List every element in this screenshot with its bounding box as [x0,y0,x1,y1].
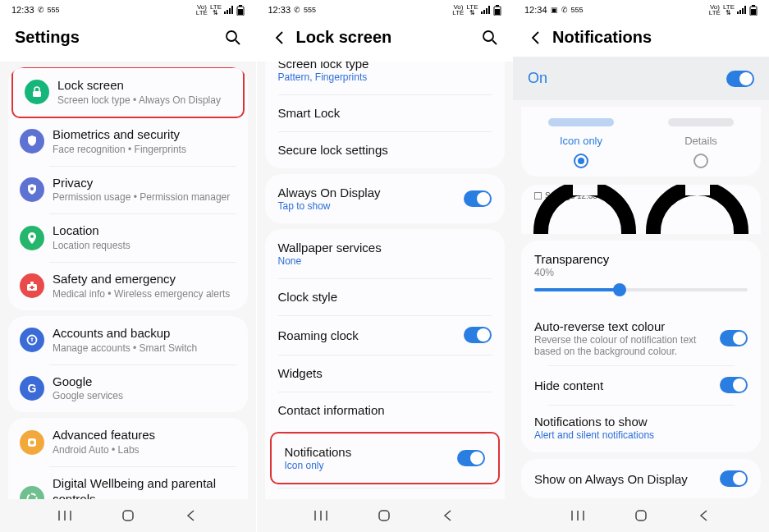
row-privacy[interactable]: PrivacyPermission usage • Permission man… [8,166,248,214]
row-roaming-clock[interactable]: Roaming clock [265,315,505,355]
label: Show on Always On Display [534,472,720,486]
segment-card: Icon only Details [521,107,761,177]
row-widgets[interactable]: Widgets [265,355,505,392]
label: Google [53,374,236,390]
row-lock-screen[interactable]: Lock screenScreen lock type • Always On … [11,67,245,118]
nav-back[interactable] [697,508,712,523]
nav-recents[interactable] [570,508,585,523]
row-notifications[interactable]: NotificationsIcon only [270,432,500,484]
row-digital-wellbeing[interactable]: Digital Wellbeing and parental controlsS… [8,466,248,499]
wellbeing-icon [20,486,44,499]
battery-icon [749,5,758,16]
label: Notifications to show [534,415,748,429]
advanced-icon [20,430,44,455]
search-icon[interactable] [225,30,241,46]
back-icon[interactable] [272,30,288,46]
label: Notifications [285,445,457,459]
row-always-on-display[interactable]: Always On DisplayTap to show [265,174,505,223]
label: Auto-reverse text colour [534,319,720,333]
on-label: On [528,70,726,87]
row-hide-content[interactable]: Hide content [534,365,748,405]
sublabel: Medical info • Wireless emergency alerts [53,288,236,300]
row-contact-info[interactable]: Contact information [265,392,505,429]
nav-home[interactable] [121,508,135,523]
row-advanced-features[interactable]: Advanced featuresAndroid Auto • Labs [8,418,248,466]
toggle-master[interactable] [726,71,754,87]
battery-icon [236,5,245,16]
sublabel: None [278,255,492,267]
group-aod: Always On DisplayTap to show [265,174,505,223]
label: Secure lock settings [278,143,492,157]
signal-icon [224,6,234,14]
back-icon[interactable] [528,30,544,46]
sublabel: Face recognition • Fingerprints [53,144,236,156]
settings-body: Lock screenScreen lock type • Always On … [0,62,256,499]
preview-card: Settings 12:33 [521,185,761,234]
google-icon: G [20,376,44,401]
sublabel: Tap to show [278,200,464,212]
nav-back[interactable] [184,508,199,523]
screen-settings: 12:33 ✆ 555 Vo)LTE LTE⇅ Settings Lock sc… [0,0,256,532]
toggle-show-on-aod[interactable] [720,470,748,487]
nav-recents[interactable] [57,508,72,523]
status-time: 12:33 [268,5,291,15]
svg-rect-5 [33,91,41,97]
svg-rect-30 [752,5,755,7]
group-lock-type: Screen lock typePattern, Fingerprints Sm… [265,62,505,168]
status-555: 555 [304,6,316,14]
group-accounts: Accounts and backupManage accounts • Sma… [8,316,248,413]
row-secure-lock-settings[interactable]: Secure lock settings [265,131,505,168]
row-smart-lock[interactable]: Smart Lock [265,94,505,131]
preview-arc-right [646,185,748,234]
toggle-hide-content[interactable] [720,377,748,393]
toggle-notifications[interactable] [457,450,485,466]
search-icon[interactable] [482,30,498,46]
row-clock-style[interactable]: Clock style [265,278,505,315]
shield-icon [20,129,44,154]
transparency-slider[interactable] [534,282,748,298]
row-google[interactable]: G GoogleGoogle services [8,365,248,413]
svg-point-7 [30,235,34,238]
label: Contact information [278,403,492,417]
row-safety[interactable]: Safety and emergencyMedical info • Wirel… [8,262,248,310]
status-screenshot-icon: ▣ [551,6,558,14]
nav-back[interactable] [441,508,455,523]
row-wallpaper-services[interactable]: Wallpaper servicesNone [265,229,505,278]
svg-rect-22 [495,9,500,15]
group-advanced: Advanced featuresAndroid Auto • Labs Dig… [8,418,248,499]
toggle-auto-reverse[interactable] [720,330,748,346]
nav-home[interactable] [634,508,648,523]
nav-bar [257,499,513,532]
label: Always On Display [278,186,464,200]
svg-point-23 [483,31,493,41]
row-notifications-to-show[interactable]: Notifications to showAlert and silent no… [534,405,748,451]
status-volte: Vo)LTE [452,4,464,16]
segment-icon-only[interactable]: Icon only [521,118,641,168]
row-location[interactable]: LocationLocation requests [8,213,248,262]
segment-details[interactable]: Details [641,118,761,168]
toggle-roaming-clock[interactable] [464,327,492,343]
radio-icon-only[interactable] [574,154,588,168]
nav-bar [0,499,256,532]
backup-icon [20,328,44,352]
page-title: Lock screen [296,28,482,47]
sublabel: Screen lock type • Always On Display [57,94,231,107]
row-biometrics[interactable]: Biometrics and securityFace recognition … [8,117,248,166]
toggle-aod[interactable] [464,190,492,207]
signal-icon [481,6,491,14]
transparency-card: Transparency 40% Auto-reverse text colou… [521,241,761,452]
row-screen-lock-type[interactable]: Screen lock typePattern, Fingerprints [265,62,505,94]
group-lock-options: Wallpaper servicesNone Clock style Roami… [265,229,505,499]
nav-home[interactable] [377,508,391,523]
row-accounts-backup[interactable]: Accounts and backupManage accounts • Sma… [8,316,248,365]
slider-thumb[interactable] [613,283,626,296]
row-show-on-aod[interactable]: Show on Always On Display [521,459,761,498]
status-lte: LTE⇅ [210,4,222,16]
nav-recents[interactable] [314,508,328,523]
label: Screen lock type [278,62,492,71]
row-auto-reverse[interactable]: Auto-reverse text colourReverse the colo… [534,311,748,365]
radio-details[interactable] [693,154,708,168]
label: Smart Lock [278,106,492,120]
row-shortcuts[interactable]: ShortcutsPhone, Camera [265,488,505,499]
status-bar: 12:33 ✆ 555 Vo)LTE LTE⇅ [257,0,513,20]
